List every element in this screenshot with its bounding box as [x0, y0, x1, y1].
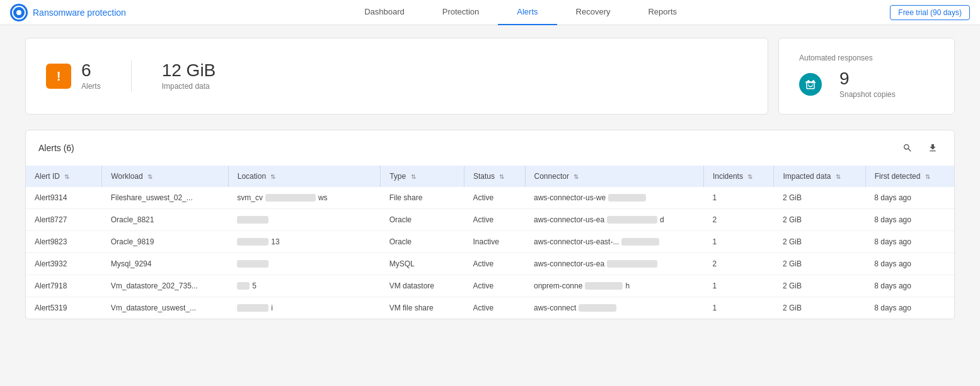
alert-warning-icon: !	[46, 64, 71, 89]
sort-icon-workload: ⇅	[147, 173, 153, 180]
cell-incidents: 2	[703, 253, 774, 275]
tab-dashboard[interactable]: Dashboard	[345, 0, 424, 25]
cell-incidents: 1	[703, 275, 774, 297]
snapshot-count: 9	[839, 70, 896, 88]
redacted-location	[265, 194, 316, 202]
col-header-incidents[interactable]: Incidents ⇅	[703, 166, 774, 187]
download-icon	[928, 143, 938, 153]
redacted-connector	[579, 304, 616, 312]
alerts-actions	[899, 139, 942, 157]
cell-alert-id[interactable]: Alert8727	[26, 209, 102, 231]
cell-workload[interactable]: Fileshare_uswest_02_...	[102, 187, 229, 209]
summary-row: ! 6 Alerts 12 GiB Impacted data Automate…	[25, 38, 955, 115]
sort-icon-type: ⇅	[411, 173, 416, 180]
cell-impacted-data: 2 GiB	[774, 253, 865, 275]
tab-protection[interactable]: Protection	[424, 0, 499, 25]
sort-icon-location: ⇅	[270, 173, 275, 180]
main-summary-card: ! 6 Alerts 12 GiB Impacted data	[25, 38, 768, 115]
brand-name: Ransomware protection	[33, 8, 126, 18]
cell-incidents: 2	[703, 209, 774, 231]
impacted-metric-text: 12 GiB Impacted data	[162, 62, 216, 91]
cell-workload[interactable]: Mysql_9294	[102, 253, 229, 275]
redacted-connector	[621, 238, 659, 246]
cell-first-detected: 8 days ago	[865, 231, 954, 253]
col-header-alert-id[interactable]: Alert ID ⇅	[26, 166, 102, 187]
sort-icon-alert-id: ⇅	[64, 173, 69, 180]
main-nav: Dashboard Protection Alerts Recovery Rep…	[151, 0, 890, 25]
cell-workload[interactable]: Vm_datastore_uswest_...	[102, 297, 229, 319]
cell-workload[interactable]: Vm_datastore_202_735...	[102, 275, 229, 297]
redacted-connector	[608, 194, 646, 202]
cell-type: File share	[381, 187, 464, 209]
cell-status: Active	[464, 297, 525, 319]
cell-workload[interactable]: Oracle_9819	[102, 231, 229, 253]
cell-status: Inactive	[464, 231, 525, 253]
col-header-first-detected[interactable]: First detected ⇅	[865, 166, 954, 187]
cell-workload[interactable]: Oracle_8821	[102, 209, 229, 231]
cell-connector: aws-connector-us-ea d	[525, 209, 703, 231]
cell-alert-id[interactable]: Alert7918	[26, 275, 102, 297]
download-button[interactable]	[924, 139, 942, 157]
cell-location: svm_cv ws	[228, 187, 380, 209]
main-content: ! 6 Alerts 12 GiB Impacted data Automate…	[0, 25, 980, 332]
search-icon	[902, 143, 913, 153]
cell-impacted-data: 2 GiB	[774, 297, 865, 319]
col-header-impacted-data[interactable]: Impacted data ⇅	[774, 166, 865, 187]
side-summary-card: Automated responses 9 Snapshot copies	[778, 38, 955, 115]
col-header-type[interactable]: Type ⇅	[381, 166, 464, 187]
tab-alerts[interactable]: Alerts	[498, 0, 556, 25]
alerts-label: Alerts	[81, 82, 101, 91]
table-header: Alert ID ⇅ Workload ⇅ Location ⇅ Type ⇅	[26, 166, 954, 187]
cell-status: Active	[464, 253, 525, 275]
app-header: Ransomware protection Dashboard Protecti…	[0, 0, 980, 25]
alerts-header: Alerts (6)	[26, 130, 954, 166]
cell-location: 13	[228, 231, 380, 253]
cell-incidents: 1	[703, 297, 774, 319]
cell-first-detected: 8 days ago	[865, 297, 954, 319]
cell-first-detected: 8 days ago	[865, 275, 954, 297]
redacted-connector	[585, 282, 623, 290]
brand: Ransomware protection	[10, 4, 126, 21]
snapshot-metric: 9 Snapshot copies	[799, 70, 934, 99]
snapshot-camera-icon	[799, 73, 822, 96]
cell-connector: onprem-conne h	[525, 275, 703, 297]
cell-type: Oracle	[381, 209, 464, 231]
brand-logo-icon	[10, 4, 28, 21]
redacted-location	[237, 282, 250, 290]
cell-alert-id[interactable]: Alert3932	[26, 253, 102, 275]
redacted-connector	[607, 260, 657, 268]
snapshot-metric-text: 9 Snapshot copies	[839, 70, 896, 99]
cell-impacted-data: 2 GiB	[774, 231, 865, 253]
alerts-metric-text: 6 Alerts	[81, 62, 101, 91]
snapshot-label: Snapshot copies	[839, 90, 896, 99]
col-header-status[interactable]: Status ⇅	[464, 166, 525, 187]
cell-alert-id[interactable]: Alert9314	[26, 187, 102, 209]
col-header-connector[interactable]: Connector ⇅	[525, 166, 703, 187]
redacted-location	[237, 216, 268, 224]
free-trial-button[interactable]: Free trial (90 days)	[890, 5, 970, 20]
search-button[interactable]	[899, 139, 916, 157]
col-header-workload[interactable]: Workload ⇅	[102, 166, 229, 187]
cell-first-detected: 8 days ago	[865, 253, 954, 275]
automated-responses-label: Automated responses	[799, 54, 934, 62]
sort-icon-connector: ⇅	[574, 173, 579, 180]
alerts-section: Alerts (6) Alert ID	[25, 130, 955, 319]
table-row: Alert9823Oracle_9819 13 OracleInactive a…	[26, 231, 954, 253]
cell-location	[228, 209, 380, 231]
cell-alert-id[interactable]: Alert9823	[26, 231, 102, 253]
redacted-location	[237, 304, 268, 312]
cell-alert-id[interactable]: Alert5319	[26, 297, 102, 319]
cell-incidents: 1	[703, 231, 774, 253]
tab-reports[interactable]: Reports	[629, 0, 696, 25]
table-row: Alert9314Fileshare_uswest_02_... svm_cv …	[26, 187, 954, 209]
sort-icon-impacted-data: ⇅	[836, 173, 841, 180]
cell-location: 5	[228, 275, 380, 297]
col-header-location[interactable]: Location ⇅	[228, 166, 380, 187]
alerts-count: 6	[81, 62, 101, 79]
cell-location	[228, 253, 380, 275]
tab-recovery[interactable]: Recovery	[557, 0, 630, 25]
table-row: Alert7918Vm_datastore_202_735... 5 VM da…	[26, 275, 954, 297]
cell-first-detected: 8 days ago	[865, 209, 954, 231]
impacted-label: Impacted data	[162, 82, 216, 91]
cell-location: i	[228, 297, 380, 319]
